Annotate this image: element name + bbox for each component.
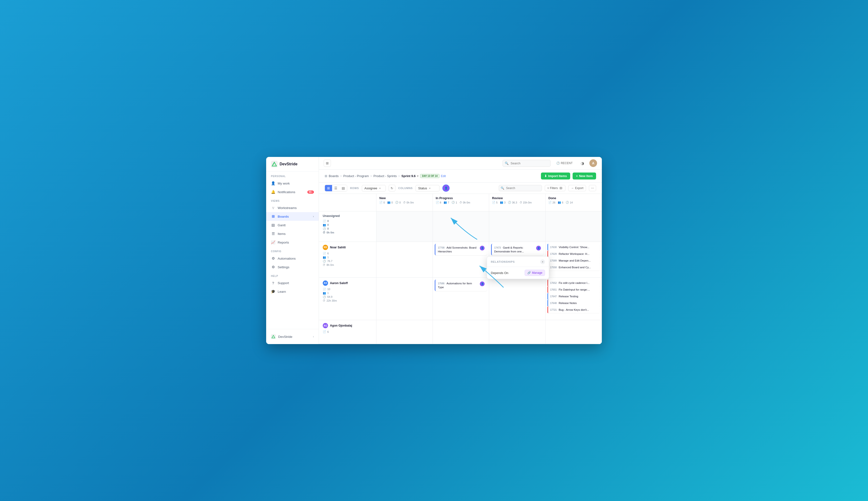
- sidebar-item-items[interactable]: ☰ Items: [266, 230, 319, 238]
- card-id-17630: 17630: [550, 246, 557, 248]
- sidebar-item-automations[interactable]: ⚙ Automations: [266, 254, 319, 263]
- card-title-17630: Visibility Control: 'Show...: [559, 246, 589, 248]
- sidebar-item-label: Settings: [278, 265, 289, 269]
- card-id-17651: 17651: [550, 288, 557, 291]
- theme-button[interactable]: ◑: [578, 160, 587, 167]
- time-icon: ⏱: [520, 201, 522, 204]
- card-17708[interactable]: 17708 Add Screenshots: Board Hierarchies…: [435, 244, 487, 255]
- card-title-17721: Bug - Arrow Keys don't...: [559, 308, 589, 311]
- users-icon: 👥: [500, 201, 503, 204]
- card-17473[interactable]: 17473 Gantt & Reports: Demonstrate from …: [491, 244, 543, 255]
- automations-icon: ⚙: [271, 256, 275, 260]
- agon-avatar: AG: [323, 323, 328, 328]
- card-17647[interactable]: 17647 Release Testing: [547, 293, 600, 300]
- stat-val: 6: [562, 201, 563, 204]
- row-col-header: [319, 194, 376, 211]
- stat-val: 14: [570, 201, 573, 204]
- card-17586[interactable]: 17586 Automations for Item Type 👤: [435, 279, 487, 291]
- manage-button[interactable]: 🔗 Manage: [525, 270, 545, 276]
- user-avatar-topbar[interactable]: A: [589, 159, 597, 167]
- sidebar-item-gantt[interactable]: ▤ Gantt: [266, 221, 319, 230]
- view-table-button[interactable]: ▤: [340, 185, 347, 191]
- user-icon: 👤: [271, 181, 275, 185]
- refresh-button[interactable]: ↻: [389, 185, 395, 191]
- sidebar-item-learn[interactable]: 🎓 Learn: [266, 287, 319, 296]
- agon-review-cell: [489, 320, 546, 344]
- card-17652[interactable]: 17652 Fix edit cycle cadence l...: [547, 279, 600, 286]
- expand-button[interactable]: ⊞: [324, 160, 331, 167]
- sidebar-item-settings[interactable]: ⚙ Settings: [266, 263, 319, 271]
- new-col-stats: 📄 0 👥 0 🕐 0 ⏱ 0h 0m: [379, 201, 430, 204]
- items-icon: ☰: [271, 232, 275, 236]
- aaron-avatar-text: AS: [324, 282, 327, 284]
- sidebar-item-support[interactable]: ? Support: [266, 279, 319, 287]
- learn-icon: 🎓: [271, 289, 275, 294]
- sidebar-item-reports[interactable]: 📈 Reports: [266, 238, 319, 247]
- breadcrumb-sep1: >: [340, 174, 342, 178]
- card-17629[interactable]: 17629 Refactor Workspace: H...: [547, 250, 600, 257]
- stat-val: 22h 30m: [327, 299, 337, 302]
- notifications-badge: 99+: [307, 191, 314, 194]
- stat-val: 0: [327, 223, 329, 226]
- more-options-button[interactable]: ⋯: [589, 185, 596, 191]
- sidebar-item-label: Notifications: [278, 190, 295, 194]
- view-grid-button[interactable]: ⊞: [325, 185, 332, 191]
- import-items-button[interactable]: ⬇ Import Items: [541, 172, 570, 180]
- card-id-17648: 17648: [550, 302, 557, 305]
- breadcrumb-sprints[interactable]: Product - Sprints: [374, 174, 397, 178]
- stat-val: 6: [327, 330, 329, 333]
- breadcrumb-boards[interactable]: Boards: [329, 174, 339, 178]
- time-icon: ⏱: [403, 201, 406, 204]
- card-17589[interactable]: 17589 Manage and Edit Depen...: [547, 257, 600, 264]
- card-17721[interactable]: 17721 Bug - Arrow Keys don't...: [547, 306, 600, 313]
- aaron-user: AS Aaron Saloff: [323, 280, 372, 286]
- sidebar-item-workstreams[interactable]: ⑂ Workstreams: [266, 204, 319, 212]
- aaron-avatar: AS: [323, 280, 328, 286]
- noar-stats: 📄 6 👥 1 🕐 76.7 ⏱ 8h 0: [323, 252, 372, 266]
- card-17651[interactable]: 17651 Fix DateInput for range:...: [547, 286, 600, 293]
- sidebar-item-my-work[interactable]: 👤 My work: [266, 179, 319, 188]
- toolbar-search-input[interactable]: [499, 185, 542, 191]
- sprint-dropdown-icon[interactable]: ▾: [417, 174, 419, 178]
- view-list-button[interactable]: ☰: [332, 185, 340, 191]
- ip-user-stat: 👥 7: [443, 201, 449, 204]
- rows-select[interactable]: Assignee ▾: [362, 185, 386, 191]
- sidebar-item-label: Items: [278, 232, 286, 236]
- new-item-button[interactable]: + New Item: [573, 172, 596, 180]
- edit-link[interactable]: Edit: [441, 174, 446, 178]
- recent-button[interactable]: 🕐 RECENT: [553, 160, 575, 166]
- settings-icon: ⚙: [271, 265, 275, 269]
- in-progress-col-header: In Progress 📄 8 👥 7 🕐 1: [433, 194, 489, 211]
- columns-select[interactable]: Status ▾: [416, 185, 440, 191]
- topbar-search-input[interactable]: [503, 160, 550, 167]
- card-17630[interactable]: 17630 Visibility Control: 'Show...: [547, 244, 600, 250]
- sidebar-item-boards[interactable]: ⊞ Boards ›: [266, 212, 319, 221]
- filters-button[interactable]: ▿ Filters 0: [545, 185, 565, 191]
- breadcrumb-sep2: >: [370, 174, 372, 178]
- breadcrumb-program[interactable]: Product - Program: [343, 174, 369, 178]
- chevron-right-bottom-icon: ›: [313, 335, 314, 338]
- sidebar-bottom-brand[interactable]: DevStride ›: [266, 332, 319, 341]
- card-17558[interactable]: 17558 Enhanced Board and Cy...: [547, 264, 600, 271]
- done-col-title: Done: [548, 196, 599, 200]
- recent-icon: 🕐: [556, 161, 560, 165]
- card-17648[interactable]: 17648 Release Notes: [547, 300, 600, 306]
- noar-row-header: NS Noar Sahiti 📄 6 👥 1: [319, 242, 376, 278]
- stat-val: 0: [383, 201, 385, 204]
- export-button[interactable]: → Export: [568, 185, 586, 191]
- popup-close-button[interactable]: ×: [540, 259, 545, 264]
- user-filter-avatar[interactable]: 👤: [442, 184, 450, 192]
- done-col-stats: 📄 26 👥 6 🕐 14: [548, 201, 599, 204]
- card-title-17648: Release Notes: [559, 302, 577, 305]
- sidebar-item-notifications[interactable]: 🔔 Notifications 99+: [266, 188, 319, 196]
- card-title-17589: Manage and Edit Depen...: [559, 259, 591, 262]
- stat-val: 0: [327, 220, 329, 222]
- topbar: ⊞ 🔍 🕐 RECENT ◑ A: [319, 157, 602, 170]
- card-id-17558: 17558: [550, 266, 557, 269]
- support-icon: ?: [271, 281, 275, 285]
- sidebar-logo: DevStride: [266, 157, 319, 172]
- sidebar-item-label: Gantt: [278, 223, 286, 227]
- sidebar-bottom-label: DevStride: [278, 335, 292, 339]
- aaron-clock-stat: 🕐 64.9: [323, 295, 372, 298]
- done-col-header: Done 📄 26 👥 6 🕐 14: [546, 194, 602, 211]
